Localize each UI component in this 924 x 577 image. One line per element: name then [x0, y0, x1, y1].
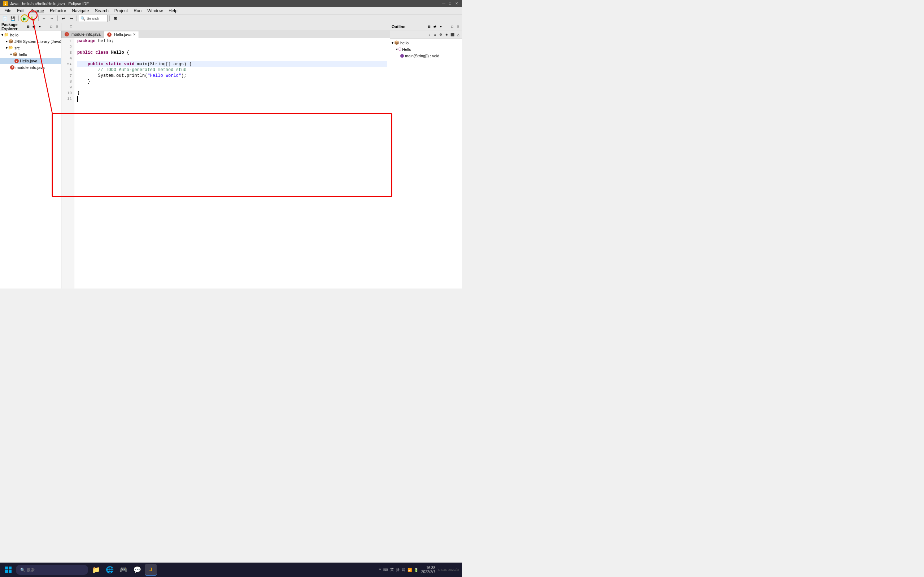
tree-item-module-info[interactable]: J module-info.java [0, 64, 61, 71]
tree-item-jre[interactable]: ▸ 📦 JRE System Library [JavaSE-17] [0, 38, 61, 45]
tree-item-src[interactable]: ▾ 📂 src [0, 45, 61, 51]
outline-header: Outline ⊟ ⇄ ▾ _ □ ✕ [390, 23, 462, 31]
maximize-panel-button[interactable]: □ [49, 24, 54, 29]
tree-item-hello-java[interactable]: J Hello.java [0, 58, 61, 64]
package-icon: 📦 [13, 52, 18, 56]
menu-edit[interactable]: Edit [14, 8, 27, 14]
outline-tb-2[interactable]: ⧈ [432, 32, 438, 37]
outline-pkg-icon: 📦 [394, 40, 399, 45]
outline-btn-1[interactable]: ⊟ [426, 24, 432, 29]
code-line-4 [77, 56, 387, 61]
line-num-8: 8 [63, 79, 72, 84]
package-explorer-title: Package Explorer [2, 23, 26, 31]
module-info-label: module-info.java [16, 65, 45, 69]
line-num-9: 9 [63, 84, 72, 90]
line-num-6: 6 [63, 67, 72, 73]
outline-tb-1[interactable]: ↕ [426, 32, 432, 37]
view-menu-button[interactable]: ▾ [37, 24, 42, 29]
close-button[interactable]: ✕ [454, 1, 459, 6]
line-num-3: 3 [63, 50, 72, 56]
save-button[interactable]: 💾 [10, 15, 16, 22]
forward-button[interactable]: → [48, 15, 56, 22]
editor-minimize-btn[interactable]: _ [63, 24, 68, 29]
outline-tb-4[interactable]: ◈ [444, 32, 449, 37]
tree-item-hello-project[interactable]: ▾ 📁 hello [0, 32, 61, 38]
redo-button[interactable]: ↪ [68, 15, 75, 22]
outline-title: Outline [392, 24, 405, 29]
main-layout: Package Explorer ⊟ ⇄ ▾ _ □ ✕ ▾ 📁 hello [0, 23, 462, 288]
menu-run[interactable]: Run [131, 8, 144, 14]
window-title: Java - hello/src/hello/Hello.java - Ecli… [10, 2, 89, 6]
tab-hello-java-label: Hello.java [114, 32, 131, 37]
undo-button[interactable]: ↩ [60, 15, 67, 22]
tab-hello-java[interactable]: J Hello.java ✕ [104, 31, 139, 38]
menu-project[interactable]: Project [111, 8, 131, 14]
code-editor: 1 2 3 4 5✦ 6 7 8 9 10 11 package hello; … [61, 38, 390, 288]
outline-tb-5[interactable]: ⬛ [450, 32, 455, 37]
menu-navigate[interactable]: Navigate [69, 8, 92, 14]
collapse-all-button[interactable]: ⊟ [26, 24, 31, 29]
run-button[interactable]: ▶ [21, 15, 29, 23]
code-line-3: public class Hello { [77, 50, 387, 56]
outline-item-hello-pkg[interactable]: ▾ 📦 hello [390, 40, 462, 46]
outline-tb-6[interactable]: △ [456, 32, 460, 37]
editor-maximize-btn[interactable]: □ [69, 24, 74, 29]
editor-panel-controls: _ □ [61, 23, 390, 30]
menu-refactor[interactable]: Refactor [47, 8, 69, 14]
search-icon: 🔍 [81, 16, 86, 21]
code-line-10: } [77, 90, 387, 96]
line-num-11: 11 [63, 96, 72, 102]
outline-btn-2[interactable]: ⇄ [432, 24, 438, 29]
jre-label: JRE System Library [JavaSE-17] [15, 39, 61, 44]
outline-pkg-label: hello [400, 41, 409, 45]
outline-maximize-btn[interactable]: □ [450, 24, 455, 29]
outline-item-main-method[interactable]: main(String[]) : void [390, 53, 462, 59]
line-num-2: 2 [63, 44, 72, 50]
menu-window[interactable]: Window [144, 8, 166, 14]
search-box[interactable]: 🔍 Search [79, 15, 108, 22]
outline-tree: ▾ 📦 hello ▾ C Hello main(String[]) : voi… [390, 39, 462, 288]
search-label: Search [87, 16, 99, 21]
outline-panel: Outline ⊟ ⇄ ▾ _ □ ✕ ↕ ⧈ ⚙ ◈ ⬛ △ [390, 23, 462, 288]
menu-help[interactable]: Help [166, 8, 181, 14]
hello-java-label: Hello.java [20, 59, 37, 63]
outline-method-label: main(String[]) : void [405, 54, 439, 58]
tree-item-hello-package[interactable]: ▾ 📦 hello [0, 51, 61, 58]
back-button[interactable]: ← [40, 15, 48, 22]
package-explorer-header: Package Explorer ⊟ ⇄ ▾ _ □ ✕ [0, 23, 61, 31]
code-line-6: // TODO Auto-generated method stub [77, 67, 387, 73]
tab-module-info[interactable]: J module-info.java [61, 31, 104, 38]
src-icon: 📂 [8, 45, 13, 50]
new-button[interactable]: 📄 [2, 15, 9, 22]
menu-bar: File Edit Source Refactor Navigate Searc… [0, 7, 462, 15]
minimize-panel-button[interactable]: _ [43, 24, 48, 29]
outline-minimize-btn[interactable]: _ [444, 24, 449, 29]
menu-file[interactable]: File [2, 8, 14, 14]
code-content[interactable]: package hello; public class Hello { publ… [74, 38, 390, 288]
menu-search[interactable]: Search [92, 8, 111, 14]
outline-item-hello-class[interactable]: ▾ C Hello [390, 46, 462, 53]
toolbar-sep-5 [109, 16, 110, 21]
module-tab-icon: J [65, 32, 69, 36]
panel-header-controls: ⊟ ⇄ ▾ _ □ ✕ [26, 24, 60, 29]
outline-btn-3[interactable]: ▾ [438, 24, 443, 29]
java-file-icon: J [15, 59, 19, 63]
main-content: J Java - hello/src/hello/Hello.java - Ec… [0, 0, 462, 288]
class-icon: C [399, 47, 401, 51]
editor-panel-left: _ □ [63, 24, 74, 29]
debug-button[interactable]: 🐛 [29, 15, 36, 22]
menu-source[interactable]: Source [27, 8, 47, 14]
title-bar-controls: — □ ✕ [441, 1, 459, 6]
toolbar-sep-2 [38, 16, 39, 21]
hello-package-label: hello [19, 52, 27, 56]
maximize-button[interactable]: □ [447, 1, 452, 6]
minimize-button[interactable]: — [441, 1, 446, 6]
tab-module-info-label: module-info.java [71, 32, 101, 36]
link-with-editor-button[interactable]: ⇄ [31, 24, 36, 29]
open-perspective-button[interactable]: ⊞ [111, 15, 119, 22]
outline-tb-3[interactable]: ⚙ [438, 32, 443, 37]
outline-close-btn[interactable]: ✕ [456, 24, 460, 29]
close-panel-button[interactable]: ✕ [55, 24, 60, 29]
close-hello-tab-button[interactable]: ✕ [133, 32, 136, 36]
hello-tab-icon: J [107, 32, 111, 37]
